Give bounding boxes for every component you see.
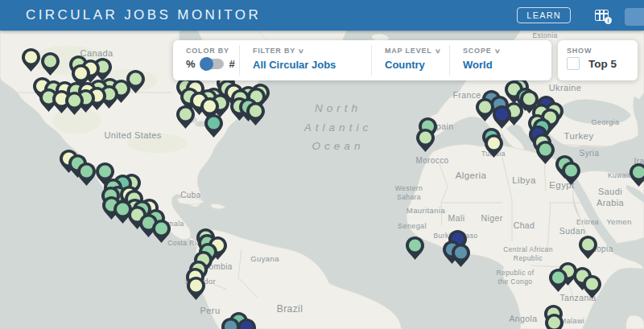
circular-jobs-monitor-app: NorthAtlanticOcean CanadaUnited StatesCu…: [0, 0, 644, 329]
show-label: SHOW: [567, 47, 638, 55]
map-pin-light[interactable]: [415, 128, 436, 153]
top5-checkbox[interactable]: [567, 57, 580, 70]
color-by-toggle[interactable]: [201, 59, 224, 69]
filter-by-value[interactable]: All Circular Jobs: [253, 59, 371, 71]
map-pin-green[interactable]: [151, 219, 171, 244]
toggle-knob: [200, 57, 213, 71]
chevron-down-icon: ∨: [434, 47, 441, 55]
map-level-label: MAP LEVEL: [385, 47, 432, 55]
map-pin-navy[interactable]: [237, 318, 257, 329]
map-pin-green[interactable]: [76, 162, 97, 187]
filter-by-label: FILTER BY: [253, 47, 295, 55]
map-pin-pale[interactable]: [21, 47, 41, 72]
map-level-section[interactable]: MAP LEVEL∨ Country: [372, 40, 449, 80]
app-header: CIRCULAR JOBS MONITOR LEARN i: [0, 0, 644, 31]
count-option[interactable]: #: [229, 58, 235, 70]
map-pin-pale[interactable]: [484, 134, 504, 158]
ocean-label: NorthAtlanticOcean: [304, 99, 372, 156]
map-level-value[interactable]: Country: [385, 59, 449, 71]
map-pin-pale[interactable]: [186, 276, 206, 301]
map-pin-light[interactable]: [582, 274, 602, 299]
map-pin-green[interactable]: [548, 268, 568, 293]
map-pin-light[interactable]: [246, 101, 266, 126]
color-by-section: COLOR BY % #: [173, 40, 239, 80]
show-panel: SHOW Top 5: [558, 40, 638, 80]
map-pin-steel[interactable]: [451, 243, 471, 268]
chevron-down-icon: ∨: [493, 47, 501, 55]
scope-value[interactable]: World: [463, 59, 551, 71]
map-pin-teal[interactable]: [204, 113, 224, 138]
partially-visible-button[interactable]: [625, 8, 644, 26]
color-by-label: COLOR BY: [186, 47, 239, 55]
map-pin-green[interactable]: [561, 161, 581, 186]
map-pin-light[interactable]: [40, 51, 60, 76]
chevron-down-icon: ∨: [298, 47, 305, 55]
map-pin-green[interactable]: [535, 140, 555, 165]
map-pin-green[interactable]: [405, 236, 425, 261]
scope-section[interactable]: SCOPE∨ World: [450, 40, 551, 80]
top5-label: Top 5: [588, 58, 617, 70]
map-pin-light[interactable]: [175, 105, 196, 130]
scope-label: SCOPE: [463, 47, 492, 55]
data-table-icon[interactable]: i: [595, 10, 609, 21]
filter-by-section[interactable]: FILTER BY∨ All Circular Jobs: [240, 40, 371, 80]
map-pin-green[interactable]: [629, 162, 644, 187]
app-title: CIRCULAR JOBS MONITOR: [26, 7, 261, 23]
map-pin-light[interactable]: [64, 91, 85, 116]
map-controls-panel: COLOR BY % # FILTER BY∨ All Circular Job…: [173, 40, 551, 80]
map-pin-light[interactable]: [578, 235, 598, 260]
learn-button[interactable]: LEARN: [517, 7, 571, 23]
map-pin-navy[interactable]: [492, 105, 512, 130]
percent-option[interactable]: %: [186, 58, 196, 70]
map-pin-light[interactable]: [544, 313, 564, 329]
